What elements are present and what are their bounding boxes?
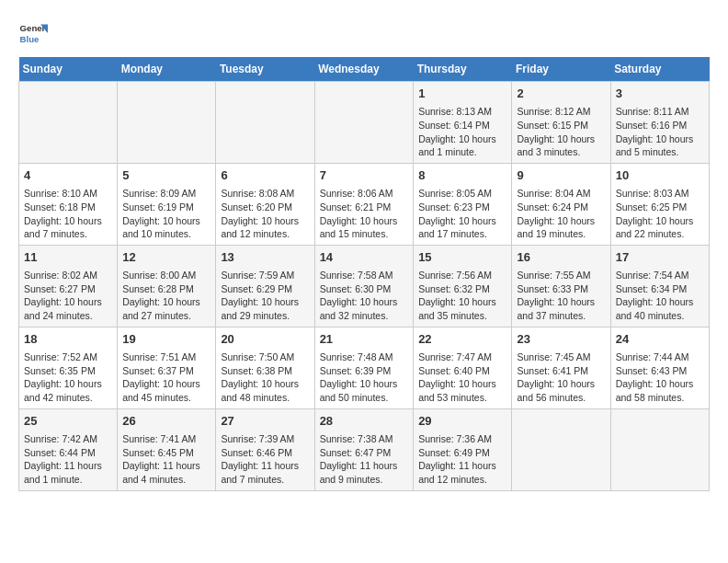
day-content: Sunrise: 7:55 AM Sunset: 6:33 PM Dayligh… (517, 269, 605, 323)
day-number: 22 (418, 331, 506, 348)
day-content: Sunrise: 8:05 AM Sunset: 6:23 PM Dayligh… (418, 187, 506, 241)
day-number: 2 (517, 86, 605, 102)
day-number: 9 (517, 167, 605, 184)
calendar-cell: 23Sunrise: 7:45 AM Sunset: 6:41 PM Dayli… (512, 327, 610, 408)
day-content: Sunrise: 8:08 AM Sunset: 6:20 PM Dayligh… (221, 187, 309, 241)
day-header-sunday: Sunday (19, 57, 118, 82)
calendar-body: 1Sunrise: 8:13 AM Sunset: 6:14 PM Daylig… (19, 82, 710, 491)
logo: General Blue (18, 18, 51, 48)
calendar-cell: 17Sunrise: 7:54 AM Sunset: 6:34 PM Dayli… (610, 245, 709, 327)
calendar-cell (19, 82, 118, 164)
day-content: Sunrise: 8:00 AM Sunset: 6:28 PM Dayligh… (122, 269, 210, 323)
calendar-cell: 7Sunrise: 8:06 AM Sunset: 6:21 PM Daylig… (314, 163, 414, 245)
day-number: 19 (122, 331, 210, 348)
calendar-cell: 12Sunrise: 8:00 AM Sunset: 6:28 PM Dayli… (118, 245, 216, 327)
calendar-cell (610, 408, 709, 490)
calendar-week-1: 1Sunrise: 8:13 AM Sunset: 6:14 PM Daylig… (19, 82, 710, 164)
day-content: Sunrise: 7:41 AM Sunset: 6:45 PM Dayligh… (122, 432, 210, 487)
day-content: Sunrise: 8:06 AM Sunset: 6:21 PM Dayligh… (320, 187, 409, 241)
calendar-cell: 22Sunrise: 7:47 AM Sunset: 6:40 PM Dayli… (414, 327, 512, 408)
day-header-wednesday: Wednesday (314, 57, 414, 82)
day-content: Sunrise: 7:44 AM Sunset: 6:43 PM Dayligh… (616, 350, 704, 405)
day-number: 16 (517, 249, 605, 266)
calendar-cell: 24Sunrise: 7:44 AM Sunset: 6:43 PM Dayli… (610, 327, 709, 408)
day-content: Sunrise: 7:48 AM Sunset: 6:39 PM Dayligh… (320, 350, 409, 405)
day-number: 13 (221, 249, 309, 266)
day-number: 23 (517, 331, 605, 348)
calendar-cell: 3Sunrise: 8:11 AM Sunset: 6:16 PM Daylig… (610, 82, 709, 164)
day-content: Sunrise: 7:47 AM Sunset: 6:40 PM Dayligh… (418, 350, 506, 405)
calendar-cell: 20Sunrise: 7:50 AM Sunset: 6:38 PM Dayli… (216, 327, 314, 408)
calendar-cell (314, 82, 414, 164)
day-content: Sunrise: 7:45 AM Sunset: 6:41 PM Dayligh… (517, 350, 605, 405)
svg-text:Blue: Blue (20, 34, 40, 44)
day-header-tuesday: Tuesday (216, 57, 314, 82)
day-header-saturday: Saturday (610, 57, 709, 82)
day-number: 10 (616, 167, 704, 184)
day-number: 7 (320, 167, 409, 184)
calendar-cell: 1Sunrise: 8:13 AM Sunset: 6:14 PM Daylig… (414, 82, 512, 164)
day-number: 5 (122, 167, 210, 184)
day-header-friday: Friday (512, 57, 610, 82)
calendar-cell: 2Sunrise: 8:12 AM Sunset: 6:15 PM Daylig… (512, 82, 610, 164)
calendar-cell: 8Sunrise: 8:05 AM Sunset: 6:23 PM Daylig… (414, 163, 512, 245)
day-content: Sunrise: 7:54 AM Sunset: 6:34 PM Dayligh… (616, 269, 704, 323)
day-number: 4 (24, 167, 112, 184)
calendar-cell: 16Sunrise: 7:55 AM Sunset: 6:33 PM Dayli… (512, 245, 610, 327)
day-number: 15 (418, 249, 506, 266)
header: General Blue (18, 18, 710, 48)
day-content: Sunrise: 7:42 AM Sunset: 6:44 PM Dayligh… (24, 432, 112, 487)
day-content: Sunrise: 7:59 AM Sunset: 6:29 PM Dayligh… (221, 269, 309, 323)
day-number: 12 (122, 249, 210, 266)
day-content: Sunrise: 8:04 AM Sunset: 6:24 PM Dayligh… (517, 187, 605, 241)
day-content: Sunrise: 8:10 AM Sunset: 6:18 PM Dayligh… (24, 187, 112, 241)
calendar-cell: 21Sunrise: 7:48 AM Sunset: 6:39 PM Dayli… (314, 327, 414, 408)
calendar-cell: 5Sunrise: 8:09 AM Sunset: 6:19 PM Daylig… (118, 163, 216, 245)
day-content: Sunrise: 8:09 AM Sunset: 6:19 PM Dayligh… (122, 187, 210, 241)
day-number: 29 (418, 413, 506, 430)
calendar-cell: 15Sunrise: 7:56 AM Sunset: 6:32 PM Dayli… (414, 245, 512, 327)
calendar-cell: 26Sunrise: 7:41 AM Sunset: 6:45 PM Dayli… (118, 408, 216, 490)
calendar-cell: 6Sunrise: 8:08 AM Sunset: 6:20 PM Daylig… (216, 163, 314, 245)
calendar-cell: 28Sunrise: 7:38 AM Sunset: 6:47 PM Dayli… (314, 408, 414, 490)
calendar-cell: 19Sunrise: 7:51 AM Sunset: 6:37 PM Dayli… (118, 327, 216, 408)
calendar-cell: 13Sunrise: 7:59 AM Sunset: 6:29 PM Dayli… (216, 245, 314, 327)
day-number: 6 (221, 167, 309, 184)
calendar-cell (512, 408, 610, 490)
day-number: 18 (24, 331, 112, 348)
day-content: Sunrise: 8:03 AM Sunset: 6:25 PM Dayligh… (616, 187, 704, 241)
logo-icon: General Blue (18, 18, 48, 48)
day-number: 14 (320, 249, 409, 266)
calendar-cell: 4Sunrise: 8:10 AM Sunset: 6:18 PM Daylig… (19, 163, 118, 245)
day-number: 28 (320, 413, 409, 430)
calendar-header-row: SundayMondayTuesdayWednesdayThursdayFrid… (19, 57, 710, 82)
calendar-cell: 18Sunrise: 7:52 AM Sunset: 6:35 PM Dayli… (19, 327, 118, 408)
day-content: Sunrise: 8:13 AM Sunset: 6:14 PM Dayligh… (418, 105, 506, 159)
calendar-cell: 14Sunrise: 7:58 AM Sunset: 6:30 PM Dayli… (314, 245, 414, 327)
day-header-thursday: Thursday (414, 57, 512, 82)
calendar-cell: 27Sunrise: 7:39 AM Sunset: 6:46 PM Dayli… (216, 408, 314, 490)
day-number: 27 (221, 413, 309, 430)
day-number: 8 (418, 167, 506, 184)
calendar-cell (118, 82, 216, 164)
day-content: Sunrise: 7:51 AM Sunset: 6:37 PM Dayligh… (122, 350, 210, 405)
day-number: 24 (616, 331, 704, 348)
day-content: Sunrise: 7:56 AM Sunset: 6:32 PM Dayligh… (418, 269, 506, 323)
day-number: 3 (616, 86, 704, 102)
day-content: Sunrise: 7:50 AM Sunset: 6:38 PM Dayligh… (221, 350, 309, 405)
day-number: 1 (418, 86, 506, 102)
day-header-monday: Monday (118, 57, 216, 82)
calendar-week-3: 11Sunrise: 8:02 AM Sunset: 6:27 PM Dayli… (19, 245, 710, 327)
day-content: Sunrise: 7:52 AM Sunset: 6:35 PM Dayligh… (24, 350, 112, 405)
day-number: 25 (24, 413, 112, 430)
day-content: Sunrise: 8:11 AM Sunset: 6:16 PM Dayligh… (616, 105, 704, 159)
day-number: 11 (24, 249, 112, 266)
day-content: Sunrise: 7:36 AM Sunset: 6:49 PM Dayligh… (418, 432, 506, 487)
day-content: Sunrise: 8:12 AM Sunset: 6:15 PM Dayligh… (517, 105, 605, 159)
calendar-cell (216, 82, 314, 164)
calendar-cell: 9Sunrise: 8:04 AM Sunset: 6:24 PM Daylig… (512, 163, 610, 245)
day-number: 26 (122, 413, 210, 430)
calendar-cell: 29Sunrise: 7:36 AM Sunset: 6:49 PM Dayli… (414, 408, 512, 490)
day-number: 21 (320, 331, 409, 348)
day-content: Sunrise: 8:02 AM Sunset: 6:27 PM Dayligh… (24, 269, 112, 323)
